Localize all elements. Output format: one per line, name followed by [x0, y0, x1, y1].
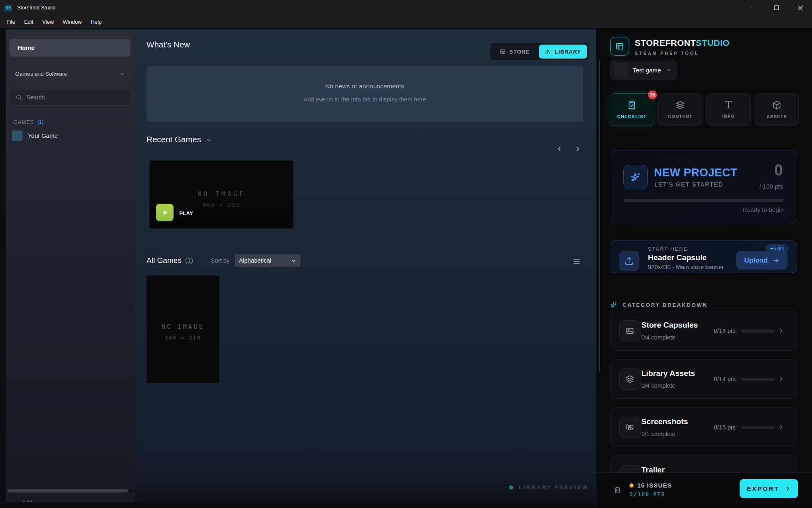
menubar: File Edit View Window Help: [0, 16, 812, 28]
category-points: 0/14 pts: [714, 375, 735, 382]
menu-file[interactable]: File: [2, 19, 20, 25]
category-complete: 0/1 complete: [641, 431, 675, 437]
sidebar-horizontal-scrollbar[interactable]: [7, 489, 133, 492]
category-complete: 0/4 complete: [641, 382, 675, 389]
brand-subtitle: STEAM PREP TOOL: [635, 51, 730, 56]
brand-part-1: STOREFRONT: [635, 38, 696, 47]
project-selector[interactable]: Test game: [610, 60, 677, 80]
library-sidebar: Home Games and Software Search GAMES(1) …: [6, 29, 135, 502]
panel-footer: 15 ISSUES 0/100PTS EXPORT: [597, 472, 812, 508]
carousel-next-button[interactable]: [574, 145, 581, 153]
store-tab[interactable]: STORE: [492, 45, 537, 58]
tab-label: INFO: [722, 114, 735, 119]
close-button[interactable]: [788, 0, 812, 16]
app-logo-icon: SS: [4, 4, 12, 12]
menu-edit[interactable]: Edit: [20, 19, 38, 25]
chevron-right-icon: [777, 423, 785, 431]
minimize-icon: [750, 5, 756, 11]
all-games-title: All Games: [147, 256, 181, 265]
category-store-capsules[interactable]: Store Capsules 0/4 complete 0/18 pts: [610, 311, 797, 351]
chevron-down-icon: [666, 67, 671, 72]
category-progress-bar: [741, 426, 775, 429]
store-icon: [500, 49, 506, 55]
issues-count-label: 15 ISSUES: [637, 482, 672, 489]
category-screenshots[interactable]: Screenshots 0/1 complete 0/15 pts: [610, 407, 797, 447]
project-thumbnail: [614, 63, 628, 77]
category-points: 0/18 pts: [714, 327, 735, 334]
tab-label: CONTENT: [668, 114, 692, 119]
play-button[interactable]: [156, 204, 174, 221]
prep-tool-panel: STOREFRONTSTUDIO STEAM PREP TOOL Test ga…: [597, 28, 812, 508]
sidebar-filter-dropdown[interactable]: Games and Software: [9, 65, 131, 82]
upload-button[interactable]: Upload: [736, 251, 787, 270]
image-icon: [619, 320, 641, 342]
category-library-assets[interactable]: Library Assets 0/4 complete 0/14 pts: [610, 359, 797, 399]
tab-info[interactable]: T INFO: [706, 93, 751, 126]
news-announcements-box: No news or announcements Add events in t…: [147, 66, 583, 122]
sidebar-game-item[interactable]: Your Game: [6, 128, 135, 143]
sparkles-icon: [610, 301, 618, 309]
all-games-card[interactable]: NO IMAGE 140 × 210: [147, 276, 219, 383]
tab-assets[interactable]: ASSETS: [755, 93, 799, 126]
sidebar-divider: [6, 60, 135, 61]
menu-view[interactable]: View: [38, 19, 58, 25]
tab-checklist[interactable]: 15 CHECKLIST: [610, 93, 654, 126]
tab-content[interactable]: CONTENT: [658, 93, 702, 126]
store-tab-label: STORE: [510, 49, 530, 55]
games-section-header: GAMES(1): [14, 119, 43, 125]
titlebar: SS Storefront Studio: [0, 0, 812, 16]
delete-project-button[interactable]: [613, 486, 622, 494]
store-library-toggle: STORE LIBRARY: [490, 43, 589, 60]
category-name: Library Assets: [641, 369, 695, 378]
layers-icon: [619, 369, 641, 390]
menu-window[interactable]: Window: [58, 19, 86, 25]
game-thumbnail: [12, 130, 23, 141]
scrollbar-thumb[interactable]: [7, 489, 128, 492]
panel-scrollbar-thumb[interactable]: [599, 61, 600, 371]
maximize-icon: [774, 5, 779, 10]
layers-icon: [675, 100, 685, 110]
list-view-toggle[interactable]: [572, 257, 581, 266]
header-capsule-card: +5 pts START HERE Header Capsule 920x430…: [610, 241, 797, 273]
minimize-button[interactable]: [741, 0, 765, 16]
issues-summary: 15 ISSUES: [629, 482, 672, 489]
list-icon: [572, 257, 581, 266]
chevron-right-icon: [777, 375, 785, 382]
cube-icon: [772, 100, 782, 110]
arrow-right-icon: [772, 257, 780, 264]
header-capsule-subtitle: 920x430 - Main store banner: [648, 264, 724, 270]
export-button[interactable]: EXPORT: [740, 479, 798, 498]
no-news-hint: Add events in the Info tab to display th…: [147, 90, 583, 103]
image-dimensions: 140 × 210: [147, 335, 219, 341]
carousel-prev-button[interactable]: [556, 145, 563, 153]
brand-block: STOREFRONTSTUDIO STEAM PREP TOOL: [635, 38, 730, 56]
category-name: Screenshots: [641, 417, 688, 426]
library-tab[interactable]: LIBRARY: [539, 45, 587, 58]
trash-icon: [613, 486, 622, 494]
add-game-label[interactable]: Add: [22, 499, 32, 502]
text-icon: T: [725, 101, 732, 110]
library-preview-label: LIBRARY PREVIEW: [519, 484, 589, 490]
library-icon: [545, 49, 551, 55]
window-title: Storefront Studio: [17, 5, 56, 11]
points-value: 0/100: [629, 491, 650, 497]
sort-dropdown[interactable]: Alphabetical: [235, 254, 300, 267]
maximize-button[interactable]: [765, 0, 788, 16]
score-card-title: NEW PROJECT: [654, 166, 738, 179]
category-breakdown-header: CATEGORY BREAKDOWN: [610, 301, 797, 308]
sidebar-home-button[interactable]: Home: [9, 39, 131, 56]
sidebar-search-input[interactable]: Search: [9, 89, 131, 106]
clipboard-check-icon: [627, 100, 637, 110]
all-games-header: All Games (1) Sort by Alphabetical: [147, 254, 300, 267]
score-value: 0: [774, 162, 783, 179]
menu-help[interactable]: Help: [86, 19, 106, 25]
start-here-label: START HERE: [648, 246, 688, 252]
score-card-subtitle: LET'S GET STARTED: [654, 181, 723, 188]
window-controls: [741, 0, 812, 16]
recent-game-card[interactable]: NO IMAGE 460 × 215 PLAY: [150, 161, 293, 228]
library-preview-area: What's New STORE LIBRARY No news or anno…: [135, 29, 596, 502]
chevron-down-icon: [206, 137, 212, 143]
chevron-right-icon: [777, 327, 785, 334]
score-progress-bar: [623, 199, 784, 202]
recent-games-header[interactable]: Recent Games: [147, 135, 212, 144]
